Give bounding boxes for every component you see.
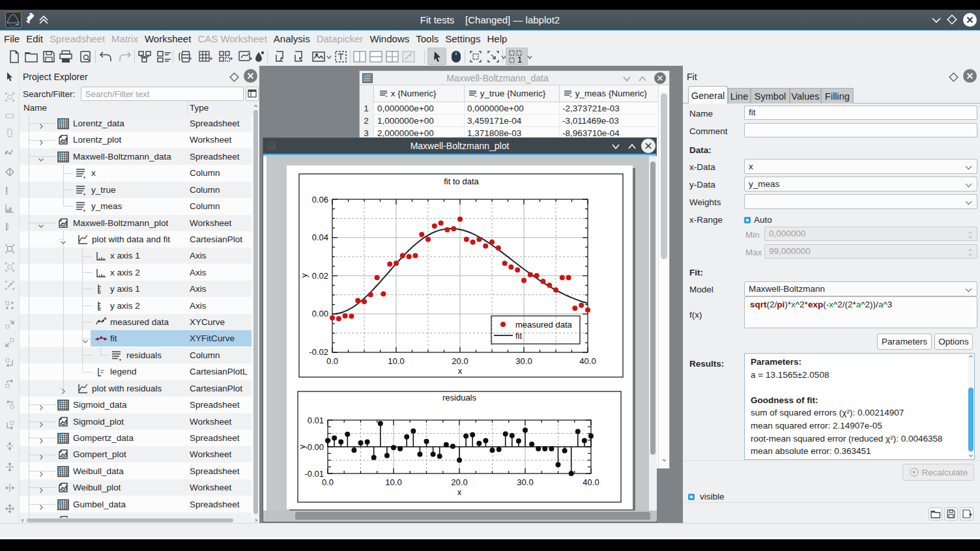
svg-text:0.04: 0.04 bbox=[312, 233, 328, 242]
svg-text:1: 1 bbox=[517, 55, 522, 64]
svg-text:-0.02: -0.02 bbox=[309, 347, 328, 357]
svg-text:fit to data: fit to data bbox=[444, 177, 479, 186]
svg-text:x: x bbox=[458, 366, 463, 376]
svg-text:0.00: 0.00 bbox=[312, 309, 328, 318]
svg-text:residuals: residuals bbox=[442, 393, 477, 403]
svg-text:40.0: 40.0 bbox=[583, 477, 599, 487]
svg-text:0.00: 0.00 bbox=[308, 442, 324, 452]
svg-text:0.02: 0.02 bbox=[312, 271, 328, 281]
svg-text:0.0: 0.0 bbox=[326, 356, 338, 366]
svg-text:20.0: 20.0 bbox=[452, 356, 468, 366]
svg-text:0.0: 0.0 bbox=[322, 477, 334, 487]
svg-text:0.01: 0.01 bbox=[308, 416, 324, 425]
svg-text:x: x bbox=[457, 487, 462, 497]
svg-text:0.06: 0.06 bbox=[312, 195, 328, 205]
svg-text:10.0: 10.0 bbox=[385, 477, 401, 487]
svg-text:30.0: 30.0 bbox=[515, 356, 532, 366]
svg-text:measured data: measured data bbox=[515, 320, 572, 330]
svg-text:10.0: 10.0 bbox=[388, 356, 404, 366]
svg-text:y: y bbox=[299, 273, 309, 277]
svg-text:fit: fit bbox=[515, 331, 523, 341]
svg-text:40.0: 40.0 bbox=[579, 356, 596, 366]
svg-text:30.0: 30.0 bbox=[517, 477, 533, 487]
svg-text:-0.01: -0.01 bbox=[304, 469, 324, 479]
svg-text:20.0: 20.0 bbox=[451, 477, 467, 487]
svg-text:y: y bbox=[297, 444, 307, 449]
